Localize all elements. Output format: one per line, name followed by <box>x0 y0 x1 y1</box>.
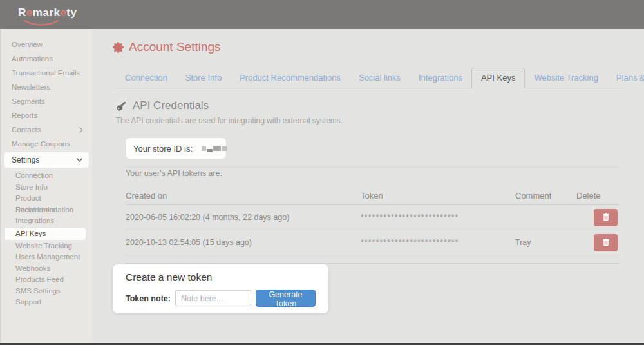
sidebar: Overview Automations Transactional Email… <box>0 29 92 343</box>
page-title: Account Settings <box>113 40 221 54</box>
account-settings-page: Remarkety Overview Automations Transacti… <box>0 0 644 345</box>
logo-part: e <box>60 6 66 19</box>
page-title-text: Account Settings <box>129 40 221 54</box>
column-header-created-on: Created on <box>126 191 361 201</box>
store-id-redacted-value <box>202 145 227 152</box>
sidebar-item-overview[interactable]: Overview <box>1 37 92 52</box>
sidebar-subitem-connection[interactable]: Connection <box>1 170 92 182</box>
tab-product-recommendations[interactable]: Product Recommendations <box>231 68 350 88</box>
sidebar-subitem-social-links[interactable]: Social Links <box>1 204 92 216</box>
sidebar-item-label: Automations <box>12 55 53 63</box>
logo-part: e <box>26 6 33 19</box>
token-delete-cell <box>576 234 620 251</box>
table-row: 2020-10-13 02:54:05 (15 days ago) ******… <box>126 230 620 255</box>
tab-integrations[interactable]: Integrations <box>410 68 471 88</box>
sidebar-subitem-website-tracking[interactable]: Website Tracking <box>1 241 92 252</box>
token-note-input[interactable] <box>175 290 251 306</box>
token-created-on: 2020-10-13 02:54:05 (15 days ago) <box>126 238 361 247</box>
delete-token-button[interactable] <box>594 209 618 226</box>
sidebar-subitem-api-keys[interactable]: API Keys <box>5 228 86 240</box>
sidebar-subitem-sms-settings[interactable]: SMS Settings <box>1 286 92 297</box>
chevron-right-icon <box>79 123 83 137</box>
token-masked-value: ************************** <box>361 238 515 247</box>
create-token-card: Create a new token Token note: Generate … <box>113 264 328 313</box>
settings-tab-bar: Connection Store Info Product Recommenda… <box>116 68 625 88</box>
tokens-intro-text: Your user's API tokens are: <box>126 169 222 178</box>
sidebar-subitem-product-recommendation[interactable]: Product Recommendation <box>1 193 92 204</box>
sidebar-item-automations[interactable]: Automations <box>1 52 92 66</box>
api-credentials-title: API Credentials <box>133 99 209 112</box>
column-header-token: Token <box>361 191 515 201</box>
sidebar-item-label: Overview <box>12 41 43 48</box>
sidebar-item-contacts[interactable]: Contacts <box>1 123 92 137</box>
table-header-row: Created on Token Comment Delete <box>126 187 620 205</box>
sidebar-item-settings[interactable]: Settings <box>4 152 89 168</box>
sidebar-item-segments[interactable]: Segments <box>1 94 92 108</box>
column-header-comment: Comment <box>515 191 576 201</box>
logo-part: R <box>18 6 26 19</box>
api-credentials-description: The API credentials are used for integra… <box>116 116 343 125</box>
sidebar-item-label: Settings <box>12 155 39 164</box>
token-delete-cell <box>576 209 620 226</box>
sidebar-subitem-users-management[interactable]: Users Management <box>1 251 92 263</box>
divider <box>126 167 620 168</box>
tab-website-tracking[interactable]: Website Tracking <box>525 68 607 88</box>
tab-social-links[interactable]: Social links <box>350 68 410 88</box>
gear-icon <box>113 42 124 53</box>
tab-connection[interactable]: Connection <box>116 68 176 88</box>
sidebar-subitem-integrations[interactable]: Integrations <box>1 215 92 227</box>
tab-plans-billing[interactable]: Plans & Billing <box>607 68 644 88</box>
trash-icon <box>602 239 610 246</box>
sidebar-subitem-products-feed[interactable]: Products Feed <box>1 274 92 286</box>
trash-icon <box>602 213 610 221</box>
remarkety-logo[interactable]: Remarkety <box>18 6 77 19</box>
store-id-box: Your store ID is: <box>126 138 226 159</box>
logo-part: mark <box>33 6 61 19</box>
chevron-down-icon <box>77 152 82 168</box>
tab-api-keys[interactable]: API Keys <box>471 68 525 88</box>
key-icon <box>113 97 129 113</box>
delete-token-button[interactable] <box>594 234 618 251</box>
token-note-label: Token note: <box>126 294 171 303</box>
token-comment: Tray <box>515 238 576 247</box>
sidebar-item-newsletters[interactable]: Newsletters <box>1 80 92 94</box>
sidebar-item-manage-coupons[interactable]: Manage Coupons <box>1 137 92 151</box>
sidebar-item-label: Manage Coupons <box>12 140 70 148</box>
sidebar-subitem-support[interactable]: Support <box>1 297 92 308</box>
token-masked-value: ************************** <box>361 213 515 222</box>
sidebar-item-label: Segments <box>12 97 45 105</box>
sidebar-settings-submenu: Connection Store Info Product Recommenda… <box>1 169 92 308</box>
sidebar-item-label: Newsletters <box>12 83 50 91</box>
sidebar-item-label: Transactional Emails <box>12 69 80 77</box>
token-created-on: 2020-06-05 16:02:20 (4 months, 22 days a… <box>126 213 361 222</box>
store-id-label: Your store ID is: <box>133 144 193 153</box>
logo-part: ty <box>66 6 77 19</box>
table-row: 2020-06-05 16:02:20 (4 months, 22 days a… <box>126 205 620 230</box>
logo-smile-arc-icon <box>23 20 59 27</box>
api-credentials-heading: API Credentials <box>116 99 209 112</box>
generate-token-button[interactable]: Generate Token <box>256 290 316 307</box>
api-tokens-table: Created on Token Comment Delete 2020-06-… <box>126 187 620 255</box>
column-header-delete: Delete <box>576 191 620 201</box>
sidebar-item-reports[interactable]: Reports <box>1 108 92 123</box>
create-token-title: Create a new token <box>126 271 316 283</box>
sidebar-item-label: Contacts <box>12 126 41 133</box>
top-header-bar: Remarkety <box>0 0 644 29</box>
sidebar-subitem-webhooks[interactable]: Webhooks <box>1 263 92 275</box>
divider <box>126 263 620 264</box>
tab-store-info[interactable]: Store Info <box>176 68 231 88</box>
sidebar-subitem-store-info[interactable]: Store Info <box>1 182 92 193</box>
sidebar-item-transactional-emails[interactable]: Transactional Emails <box>1 66 92 80</box>
sidebar-item-label: Reports <box>12 112 37 119</box>
